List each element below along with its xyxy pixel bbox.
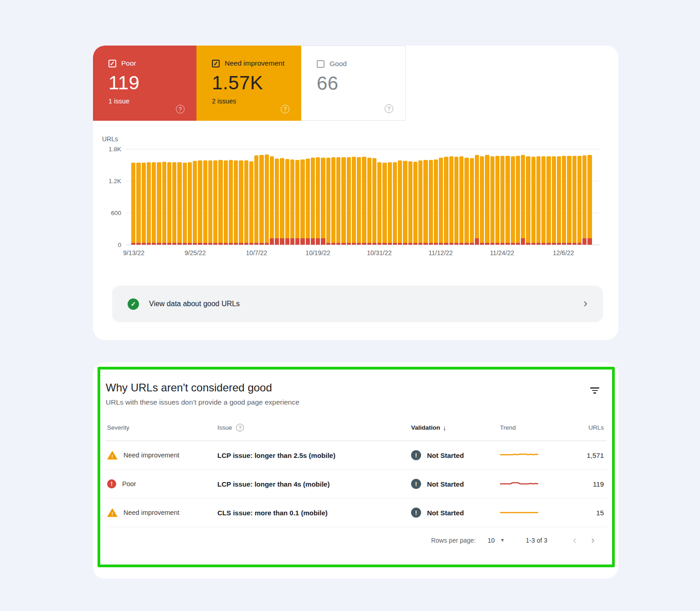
status-card-poor[interactable]: ✓ Poor 119 1 issue ? — [93, 46, 196, 121]
pagination-range: 1-3 of 3 — [526, 537, 547, 544]
help-icon[interactable]: ? — [281, 105, 289, 113]
not-started-icon: ! — [411, 450, 421, 460]
checkbox-unchecked-icon[interactable]: ✓ — [317, 60, 324, 68]
column-header-validation[interactable]: Validation ↓ — [411, 424, 500, 431]
status-card-good[interactable]: ✓ Good 66 ? — [301, 46, 406, 121]
chart-bars — [131, 149, 592, 245]
view-good-urls-banner[interactable]: ✓ View data about good URLs › — [112, 286, 603, 322]
status-card-value: 66 — [317, 72, 394, 94]
warning-icon: ! — [107, 451, 118, 460]
warning-icon: ! — [107, 508, 118, 517]
status-card-label: Good — [329, 60, 347, 68]
y-axis-tick: 0 — [96, 241, 121, 248]
status-card-subtext: 1 issue — [108, 98, 185, 105]
rows-per-page-label: Rows per page: — [431, 537, 476, 544]
filter-icon[interactable] — [588, 385, 601, 396]
checkbox-checked-icon[interactable]: ✓ — [212, 60, 220, 67]
banner-label: View data about good URLs — [149, 300, 240, 308]
trend-sparkline — [500, 451, 538, 458]
checkbox-checked-icon[interactable]: ✓ — [108, 60, 116, 67]
status-card-label: Need improvement — [225, 59, 284, 67]
not-started-icon: ! — [411, 479, 421, 489]
sort-descending-icon: ↓ — [443, 424, 447, 431]
rows-per-page-select[interactable]: 10 ▼ — [488, 537, 504, 544]
trend-sparkline — [500, 480, 538, 487]
core-web-vitals-card: ✓ Poor 119 1 issue ? ✓ Need improvement … — [93, 46, 618, 340]
status-card-need-improvement[interactable]: ✓ Need improvement 1.57K 2 issues ? — [196, 46, 301, 121]
help-icon[interactable]: ? — [176, 105, 185, 113]
y-axis-tick: 1.2K — [96, 178, 121, 185]
not-started-icon: ! — [411, 508, 421, 518]
check-circle-icon: ✓ — [128, 298, 139, 310]
issue-label: LCP issue: longer than 2.5s (mobile) — [217, 452, 335, 459]
issue-label: LCP issue: longer than 4s (mobile) — [217, 480, 329, 488]
error-icon: ! — [107, 479, 116, 488]
table-row[interactable]: ! Need improvement CLS issue: more than … — [106, 498, 607, 527]
highlighted-region: Why URLs aren't considered good URLs wit… — [98, 367, 615, 567]
status-card-subtext: 2 issues — [212, 98, 290, 105]
urls-count: 15 — [596, 509, 604, 517]
help-icon[interactable]: ? — [385, 104, 393, 113]
table-row[interactable]: ! Poor LCP issue: longer than 4s (mobile… — [106, 470, 607, 498]
y-axis-tick: 1.8K — [96, 146, 121, 153]
y-axis-title: URLs — [102, 135, 118, 143]
status-card-value: 119 — [108, 72, 185, 94]
issue-label: CLS issue: more than 0.1 (mobile) — [217, 509, 328, 517]
column-header-trend: Trend — [500, 424, 566, 431]
dropdown-arrow-icon: ▼ — [500, 538, 505, 543]
table-pagination: Rows per page: 10 ▼ 1-3 of 3 ‹ › — [106, 527, 607, 553]
column-header-urls: URLs — [566, 424, 607, 431]
x-axis: 9/13/229/25/2210/7/2210/19/2210/31/2211/… — [131, 249, 592, 260]
status-cards-row: ✓ Poor 119 1 issue ? ✓ Need improvement … — [93, 46, 618, 121]
status-card-label: Poor — [121, 59, 136, 67]
column-header-issue: Issue — [217, 424, 232, 431]
validation-status: Not Started — [427, 452, 464, 459]
status-card-value: 1.57K — [212, 72, 290, 94]
help-icon[interactable]: ? — [236, 424, 244, 431]
x-axis-baseline — [126, 245, 600, 245]
validation-status: Not Started — [427, 480, 464, 488]
table-title: Why URLs aren't considered good — [106, 381, 607, 394]
y-axis-tick: 600 — [96, 210, 121, 216]
chevron-right-icon: › — [583, 297, 587, 311]
validation-status: Not Started — [427, 509, 464, 517]
table-subtitle: URLs with these issues don’t provide a g… — [106, 398, 607, 406]
urls-count: 1,571 — [587, 452, 604, 459]
urls-count: 119 — [593, 480, 604, 488]
trend-sparkline — [500, 508, 538, 516]
issues-table-card: Why URLs aren't considered good URLs wit… — [93, 362, 618, 579]
column-header-severity: Severity — [106, 424, 217, 431]
next-page-button[interactable]: › — [584, 534, 602, 546]
table-header-row: Severity Issue ? Validation ↓ Trend URLs — [106, 415, 607, 441]
urls-trend-chart: URLs 1.8K 1.2K 600 0 9/13/229/25/2210/7/… — [93, 121, 618, 271]
prev-page-button[interactable]: ‹ — [566, 534, 584, 546]
table-row[interactable]: ! Need improvement LCP issue: longer tha… — [106, 441, 607, 470]
